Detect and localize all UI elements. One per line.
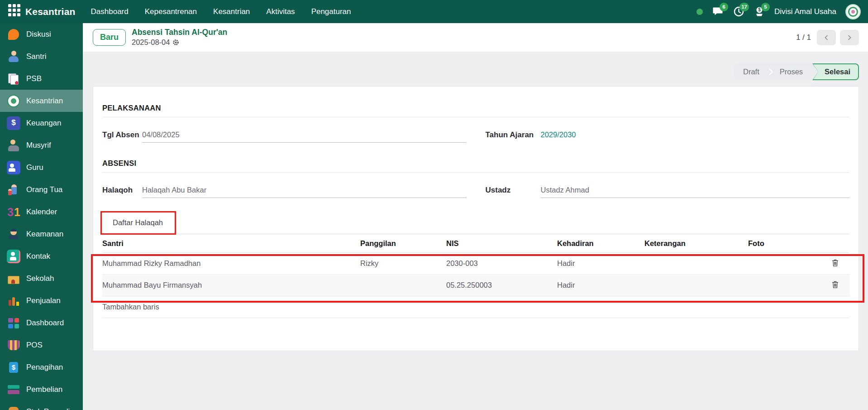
- pager-count: 1 / 1: [796, 33, 811, 42]
- cell-santri[interactable]: Muhammad Bayu Firmansyah: [102, 275, 360, 296]
- delete-row-button[interactable]: [831, 280, 839, 290]
- sidebar-item-pos[interactable]: POS: [0, 334, 83, 356]
- sidebar-item-penjualan[interactable]: Penjualan: [0, 289, 83, 312]
- messages-icon[interactable]: 6: [712, 6, 724, 18]
- table-row[interactable]: Muhammad Bayu Firmansyah 05.25.250003 Ha…: [102, 275, 849, 296]
- sidebar-item-dashboard[interactable]: Dashboard: [0, 312, 83, 334]
- col-foto[interactable]: Foto: [748, 234, 820, 253]
- user-name[interactable]: Divisi Amal Usaha: [774, 7, 836, 16]
- sidebar-item-label: Kalender: [26, 207, 57, 217]
- field-tgl-absen: Tgl Absen 04/08/2025: [102, 130, 467, 143]
- sidebar-item-label: Pembelian: [26, 385, 62, 394]
- app-sidebar: Diskusi Santri PSB Kesantrian Keuangan M…: [0, 23, 83, 410]
- ustadz-label: Ustadz: [486, 185, 541, 195]
- cell-panggilan[interactable]: [360, 275, 446, 296]
- calendar-31-icon: [7, 205, 20, 219]
- col-keterangan[interactable]: Keterangan: [644, 234, 748, 253]
- cell-foto[interactable]: [748, 275, 820, 296]
- apps-grid-icon[interactable]: [0, 10, 25, 13]
- halaqoh-input[interactable]: Halaqah Abu Bakar: [142, 185, 467, 198]
- menu-kesantrian[interactable]: Kesantrian: [213, 7, 250, 16]
- tab-daftar-halaqah[interactable]: Daftar Halaqah: [102, 212, 173, 234]
- menu-dashboard[interactable]: Dashboard: [91, 7, 129, 16]
- cell-kehadiran[interactable]: Hadir: [557, 253, 644, 275]
- col-nis[interactable]: NIS: [446, 234, 557, 253]
- chevron-left-icon: [824, 34, 829, 41]
- sidebar-item-sekolah[interactable]: Sekolah: [0, 267, 83, 289]
- col-panggilan[interactable]: Panggilan: [360, 234, 446, 253]
- documents-icon: [7, 72, 20, 86]
- cell-keterangan[interactable]: [644, 253, 748, 275]
- sidebar-item-guru[interactable]: Guru: [0, 156, 83, 178]
- sidebar-item-diskusi[interactable]: Diskusi: [0, 23, 83, 45]
- cell-santri[interactable]: Muhammad Rizky Ramadhan: [102, 253, 360, 275]
- top-navbar: Kesantrian Dashboard Kepesantrenan Kesan…: [0, 0, 868, 23]
- approvals-icon[interactable]: $ 5: [754, 6, 765, 18]
- sidebar-item-label: PSB: [26, 74, 42, 83]
- sidebar-item-label: Penjualan: [26, 296, 61, 305]
- sidebar-item-penagihan[interactable]: Penagihan: [0, 356, 83, 378]
- sidebar-item-kesantrian[interactable]: Kesantrian: [0, 90, 83, 112]
- tahun-ajaran-link[interactable]: 2029/2030: [541, 130, 850, 143]
- navbar-menu: Dashboard Kepesantrenan Kesantrian Aktiv…: [91, 7, 351, 16]
- sidebar-item-label: POS: [26, 341, 43, 350]
- user-avatar[interactable]: [845, 4, 861, 19]
- ustadz-input[interactable]: Ustadz Ahmad: [541, 185, 850, 198]
- trash-icon: [832, 259, 839, 266]
- breadcrumb: Baru Absensi Tahsin Al-Qur'an 2025-08-04…: [83, 23, 868, 52]
- menu-aktivitas[interactable]: Aktivitas: [266, 7, 295, 16]
- table-header-row: Santri Panggilan NIS Kehadiran Keteranga…: [102, 234, 849, 253]
- sidebar-item-label: Orang Tua: [26, 185, 62, 194]
- breadcrumb-title-link[interactable]: Absensi Tahsin Al-Qur'an: [132, 28, 227, 38]
- sidebar-item-stok-persediaan[interactable]: Stok Persediaan: [0, 400, 83, 410]
- statusbar: Draft Proses Selesai: [734, 63, 859, 80]
- col-kehadiran[interactable]: Kehadiran: [557, 234, 644, 253]
- activities-icon[interactable]: 17: [733, 6, 744, 18]
- form-content: Draft Proses Selesai PELAKSANAAN Tgl Abs…: [83, 63, 868, 351]
- menu-pengaturan[interactable]: Pengaturan: [311, 7, 351, 16]
- sidebar-item-kontak[interactable]: Kontak: [0, 245, 83, 267]
- delete-row-button[interactable]: [831, 258, 839, 269]
- sidebar-item-kalender[interactable]: Kalender: [0, 201, 83, 223]
- sidebar-item-keamanan[interactable]: Keamanan: [0, 223, 83, 245]
- status-step-selesai[interactable]: Selesai: [812, 63, 859, 80]
- pesantren-logo-icon: [7, 94, 20, 108]
- cell-foto[interactable]: [748, 253, 820, 275]
- purchase-bars-icon: [7, 383, 20, 396]
- sidebar-item-label: Musyrif: [26, 141, 51, 150]
- status-step-draft[interactable]: Draft: [734, 63, 768, 80]
- col-santri[interactable]: Santri: [102, 234, 360, 253]
- sidebar-item-musyrif[interactable]: Musyrif: [0, 134, 83, 156]
- sidebar-item-keuangan[interactable]: Keuangan: [0, 112, 83, 134]
- pager-next-button[interactable]: [840, 30, 859, 45]
- record-name: 2025-08-04: [132, 38, 170, 47]
- status-step-proses[interactable]: Proses: [771, 63, 811, 80]
- presence-dot: [696, 9, 703, 15]
- cell-keterangan[interactable]: [644, 275, 748, 296]
- field-tahun-ajaran: Tahun Ajaran 2029/2030: [486, 130, 850, 143]
- inventory-box-icon: [7, 405, 20, 410]
- gear-icon[interactable]: [172, 39, 179, 46]
- sidebar-item-psb[interactable]: PSB: [0, 68, 83, 90]
- sidebar-item-orang-tua[interactable]: Orang Tua: [0, 178, 83, 201]
- app-brand[interactable]: Kesantrian: [25, 6, 76, 17]
- svg-text:$: $: [758, 7, 761, 12]
- add-row-link[interactable]: Tambahkan baris: [102, 296, 849, 318]
- halaqoh-label: Halaqoh: [102, 185, 142, 195]
- cell-panggilan[interactable]: Rizky: [360, 253, 446, 275]
- sidebar-item-santri[interactable]: Santri: [0, 45, 83, 68]
- sidebar-item-pembelian[interactable]: Pembelian: [0, 378, 83, 400]
- table-row[interactable]: Muhammad Rizky Ramadhan Rizky 2030-003 H…: [102, 253, 849, 275]
- tgl-absen-input[interactable]: 04/08/2025: [142, 130, 467, 143]
- supervisor-icon: [7, 139, 20, 152]
- awning-icon: [7, 338, 20, 352]
- tahun-ajaran-label: Tahun Ajaran: [486, 130, 541, 140]
- cell-nis[interactable]: 2030-003: [446, 253, 557, 275]
- pager-prev-button[interactable]: [817, 30, 836, 45]
- cell-kehadiran[interactable]: Hadir: [557, 275, 644, 296]
- main-area: Baru Absensi Tahsin Al-Qur'an 2025-08-04…: [83, 23, 868, 410]
- menu-kepesantrenan[interactable]: Kepesantrenan: [145, 7, 197, 16]
- col-actions: [820, 234, 849, 253]
- new-button[interactable]: Baru: [93, 29, 126, 46]
- cell-nis[interactable]: 05.25.250003: [446, 275, 557, 296]
